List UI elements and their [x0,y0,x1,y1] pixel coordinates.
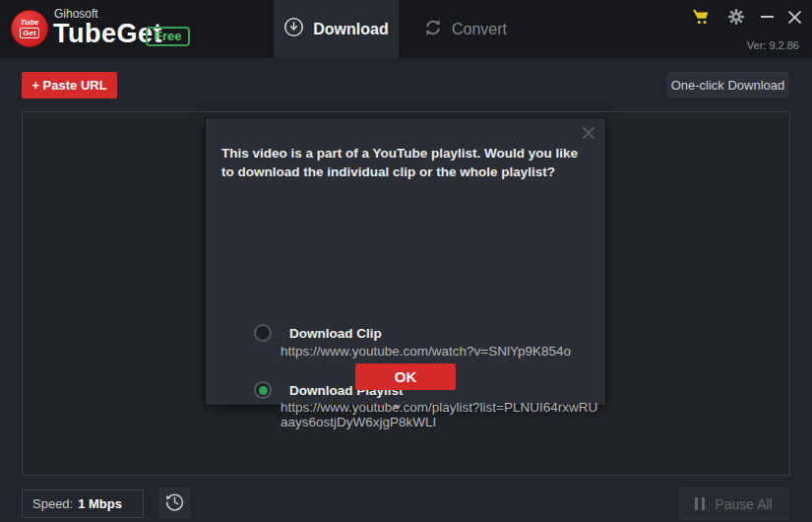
cart-icon[interactable] [691,7,711,27]
pause-all-button[interactable]: Pause All [679,488,788,520]
pause-all-label: Pause All [715,496,772,512]
window-controls: Ver: 9.2.86 [655,0,812,58]
clock-history-icon [164,491,185,516]
one-click-download-button[interactable]: One-click Download [667,72,788,98]
speed-selector[interactable]: Speed: 1 Mbps [22,489,144,518]
tab-download[interactable]: Download [274,0,399,58]
tubeget-window: Tube Get Gihosoft TubeGet Free Download … [0,0,812,522]
playlist-choice-dialog: This video is a part of a YouTube playli… [206,118,605,405]
schedule-history-button[interactable] [158,488,190,519]
radio-download-playlist[interactable] [254,381,272,399]
speed-value: 1 Mbps [78,496,122,511]
pause-icon [695,497,705,510]
download-clip-label: Download Clip [289,326,382,341]
download-clip-option[interactable]: Download Clip [254,324,382,342]
tab-download-label: Download [313,21,388,38]
download-circle-icon [283,17,304,41]
paste-url-button[interactable]: + Paste URL [22,72,117,98]
speed-label: Speed: [32,496,73,511]
ok-button[interactable]: OK [355,363,456,390]
tab-convert[interactable]: Convert [399,0,531,58]
dialog-close-icon[interactable] [581,125,596,141]
logo-text-bottom: Get [20,28,38,38]
free-badge: Free [146,27,190,46]
logo-text-top: Tube [21,19,39,27]
convert-refresh-icon [423,18,443,41]
playlist-url: https://www.youtube.com/playlist?list=PL… [281,400,600,429]
version-label: Ver: 9.2.86 [747,39,799,51]
title-bar: Tube Get Gihosoft TubeGet Free Download … [0,0,812,58]
radio-download-clip[interactable] [254,324,272,342]
tubeget-logo-icon: Tube Get [11,10,48,47]
dialog-message: This video is a part of a YouTube playli… [221,144,592,181]
tab-convert-label: Convert [452,21,507,38]
clip-url: https://www.youtube.com/watch?v=SNlYp9K8… [281,344,600,359]
minimize-icon[interactable] [757,7,777,27]
close-window-icon[interactable] [784,7,804,27]
settings-gear-icon[interactable] [726,7,746,27]
